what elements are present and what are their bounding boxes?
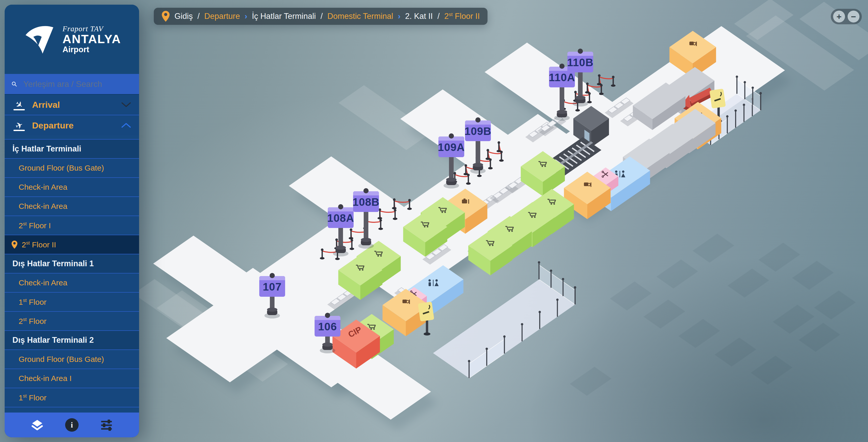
svg-text:109A: 109A [438, 141, 465, 153]
breadcrumb-link[interactable]: Departure [204, 12, 240, 21]
sidebar-item-label: İç Hatlar Terminali [12, 144, 81, 154]
sidebar-item-label: 1st Floor [19, 297, 46, 307]
map-zoom-controls: + − [831, 9, 862, 24]
sidebar-item-check-in-area[interactable]: Check-in Area [5, 196, 139, 216]
tav-logo-icon [23, 24, 56, 55]
sidebar-item-label: 2st Floor [19, 317, 46, 326]
sidebar-item-1st-floor[interactable]: 1st Floor [5, 388, 139, 407]
svg-text:107: 107 [262, 281, 281, 293]
sidebar-item-check-in-area-i[interactable]: Check-in Area I [5, 369, 139, 388]
sidebar-menu-arrival[interactable]: ✈ Arrival [5, 94, 139, 115]
breadcrumb-separator: / [197, 12, 200, 21]
logo-brand: Fraport TAV [63, 25, 121, 33]
sidebar-item-label: Dış Hatlar Terminali 2 [12, 336, 94, 345]
plane-landing-icon: ✈ [12, 99, 26, 110]
sidebar-item-label: Check-in Area [19, 278, 67, 287]
sidebar-item-i-hatlar-terminali[interactable]: İç Hatlar Terminali [5, 139, 139, 158]
sidebar-item-ground-floor-bus-gate-[interactable]: Ground Floor (Bus Gate) [5, 158, 139, 177]
search-input[interactable] [23, 79, 132, 89]
sidebar-item-label: Check-in Area [19, 183, 67, 192]
svg-text:110B: 110B [567, 56, 593, 68]
airport-logo: Fraport TAV ANTALYA Airport [5, 5, 139, 74]
sidebar-item-label: Check-in Area [19, 202, 67, 211]
info-icon[interactable]: i [65, 418, 79, 432]
location-pin-icon [11, 241, 18, 249]
svg-text:108B: 108B [352, 196, 379, 208]
sidebar-item-check-in-area[interactable]: Check-in Area [5, 273, 139, 292]
sidebar-item-label: Ground Floor (Bus Gate) [19, 164, 104, 172]
sidebar-item-label: Check-in Area I [19, 374, 71, 383]
filters-icon[interactable] [100, 418, 113, 432]
breadcrumb-separator: › [398, 12, 400, 21]
sidebar-item-2st-floor-ii[interactable]: 2st Floor II [5, 235, 139, 254]
sidebar-floor-list: İç Hatlar TerminaliGround Floor (Bus Gat… [5, 139, 139, 413]
logo-name: ANTALYA [63, 33, 121, 45]
menu-label: Departure [32, 121, 115, 130]
zoom-in-button[interactable]: + [833, 10, 845, 23]
breadcrumb-link[interactable]: İç Hatlar Terminali [252, 12, 316, 21]
sidebar-item-ground-floor-bus-gate-[interactable]: Ground Floor (Bus Gate) [5, 349, 139, 369]
sidebar-item-label: Dış Hatlar Terminali 1 [12, 259, 94, 268]
svg-text:106: 106 [318, 320, 337, 333]
sidebar: Fraport TAV ANTALYA Airport ✈ Arrival ✈ … [5, 5, 139, 437]
sidebar-footer: i [5, 413, 139, 437]
breadcrumb-link[interactable]: Gidiş [175, 12, 193, 21]
sidebar-item-label: 2st Floor II [22, 240, 56, 249]
smoking-area-sign [418, 302, 434, 336]
breadcrumb-separator: / [437, 12, 440, 21]
plane-takeoff-icon: ✈ [12, 120, 26, 130]
menu-label: Arrival [32, 100, 115, 110]
sidebar-menu-departure[interactable]: ✈ Departure [5, 115, 139, 135]
zoom-out-button[interactable]: − [847, 10, 860, 23]
chevron-down-icon [121, 102, 131, 108]
breadcrumb-link[interactable]: Domestic Terminal [328, 12, 393, 21]
search-icon [11, 80, 17, 89]
sidebar-item-check-in-area[interactable]: Check-in Area [5, 177, 139, 196]
breadcrumb-separator: › [245, 12, 247, 21]
sidebar-item-d-hatlar-terminali-2[interactable]: Dış Hatlar Terminali 2 [5, 330, 139, 349]
sidebar-item-1st-floor[interactable]: 1st Floor [5, 292, 139, 311]
breadcrumb-link[interactable]: 2. Kat II [405, 12, 433, 21]
sidebar-item-d-hatlar-terminali-1[interactable]: Dış Hatlar Terminali 1 [5, 254, 139, 273]
sidebar-item-label: 1st Floor [19, 393, 46, 402]
breadcrumb-separator: / [320, 12, 323, 21]
svg-text:109B: 109B [465, 125, 491, 137]
sidebar-item-2st-floor[interactable]: 2st Floor [5, 407, 139, 413]
svg-text:110A: 110A [549, 71, 575, 84]
sidebar-item-label: 2st Floor I [19, 221, 51, 230]
svg-text:108A: 108A [327, 212, 354, 224]
sidebar-item-2st-floor-i[interactable]: 2st Floor I [5, 216, 139, 235]
breadcrumb: Gidiş/Departure›İç Hatlar Terminali/Dome… [154, 8, 488, 25]
sidebar-item-label: Ground Floor (Bus Gate) [19, 355, 104, 364]
location-pin-icon [161, 10, 170, 22]
layers-icon[interactable] [31, 418, 44, 432]
search-bar [5, 74, 139, 94]
sidebar-item-2st-floor[interactable]: 2st Floor [5, 311, 139, 330]
chevron-up-icon [121, 122, 131, 128]
breadcrumb-link[interactable]: 2st Floor II [444, 12, 480, 21]
logo-sub: Airport [63, 45, 121, 54]
